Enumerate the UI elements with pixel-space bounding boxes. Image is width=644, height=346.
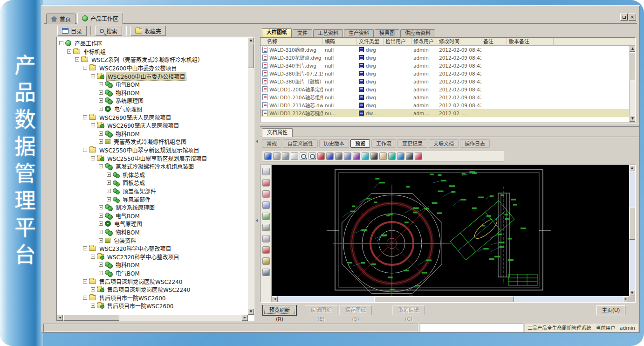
collapse-icon[interactable]: - [83, 148, 87, 152]
tree-node[interactable]: +电气BOM [57, 211, 247, 220]
tree-hscrollbar[interactable]: ◄ ► [57, 315, 248, 321]
collapse-icon[interactable]: - [83, 66, 87, 70]
doc-icon[interactable] [262, 224, 270, 231]
preview-refresh-button[interactable]: 预览刷新(R) [263, 305, 296, 315]
move-icon[interactable] [370, 152, 378, 160]
save-icon[interactable] [262, 269, 270, 276]
toolbar-button-directory[interactable]: 目录 [57, 26, 87, 36]
expand-icon[interactable]: + [99, 90, 103, 95]
table-row[interactable]: WALD-380垫片-07.2.15.dwgnulldwgadmin2012-0… [260, 69, 629, 77]
tree-node[interactable]: -WSC2550中山翠亨新区规划展示馆项目 [57, 146, 247, 154]
photo-icon[interactable] [262, 213, 270, 220]
table-row[interactable]: WALD-340垫片.dwgnulldwgadmin2012-02-09 08:… [260, 62, 629, 69]
palette-icon[interactable] [353, 152, 360, 160]
doc-subtab[interactable]: 自定义属性 [283, 139, 318, 148]
tree-node[interactable]: +制冷系统原理图 [57, 203, 247, 212]
tree-node[interactable]: +电气BOM [57, 80, 247, 89]
toolbar-button-search[interactable]: 搜索 [95, 26, 122, 36]
tab-home[interactable]: 首页 [46, 14, 75, 24]
expand-icon[interactable]: + [99, 238, 103, 242]
select-icon[interactable] [262, 168, 270, 175]
tree-node[interactable]: -WSCZ系列（壳管蒸发式冷凝螺杆冷水机组） [57, 55, 247, 64]
column-header[interactable]: 备注 [481, 38, 507, 46]
tree-node[interactable]: -蒸发式冷凝螺杆冷水机组总装图 [57, 162, 247, 171]
tree-node[interactable]: +系统原理图 [57, 97, 247, 105]
expand-icon[interactable]: + [99, 263, 103, 267]
tree-node[interactable]: +导风罩部件 [57, 195, 247, 203]
tree-node[interactable]: +售后项目市一院WSC2600 [57, 302, 247, 310]
info-icon[interactable] [264, 152, 272, 160]
image-icon[interactable] [406, 152, 413, 160]
pencil-icon[interactable] [291, 152, 298, 160]
ruler-icon[interactable] [262, 257, 270, 265]
flag-icon[interactable] [262, 246, 270, 254]
doc-subtab[interactable]: 预览 [350, 139, 370, 148]
tree-node[interactable]: -WSC2690肇庆人民医院项目 [57, 113, 247, 121]
expand-icon[interactable]: + [99, 271, 103, 275]
doc-subtab[interactable]: 历史版本 [319, 139, 349, 148]
expand-icon[interactable]: + [99, 230, 103, 234]
table-row[interactable]: WALD-310蜗盘.dwgnulldwgadmin2012-02-09 08:… [260, 46, 629, 54]
tree-node[interactable]: -WSC2320科学中心整改项目 [57, 244, 247, 253]
doc-subtab[interactable]: 关联文档 [429, 139, 459, 148]
tree-node[interactable]: -WSC2600中山市委办公楼项目 [57, 72, 247, 80]
stamp-pink-icon[interactable] [262, 190, 270, 198]
tree-node[interactable]: +电气原理图 [57, 220, 247, 228]
collapse-icon[interactable]: - [91, 156, 95, 160]
expand-icon[interactable]: + [99, 205, 103, 209]
tree-node[interactable]: +售后项目深圳龙岗医院WSC2240 [57, 285, 247, 294]
redline-icon[interactable] [415, 152, 422, 160]
tree-node[interactable]: -WSC2550中山翠亨新区规划展示馆项目 [57, 154, 247, 162]
plot-icon[interactable] [282, 152, 289, 160]
tree-node[interactable]: +电气BOM [57, 269, 247, 277]
collapse-icon[interactable]: - [75, 57, 79, 62]
file-tab[interactable]: 文件 [293, 29, 312, 37]
vertical-splitter[interactable] [254, 25, 260, 321]
cad-vscrollbar[interactable]: ▲ ▼ [629, 165, 635, 296]
expand-icon[interactable]: + [99, 98, 103, 103]
table-row[interactable]: WALDD1-211A轴芯.dwgnulldwgadmin2012-02-09 … [260, 101, 629, 109]
collapse-icon[interactable]: - [59, 41, 63, 45]
splitter-collapse-icon[interactable] [256, 219, 258, 222]
pan-hand-icon[interactable] [379, 152, 387, 160]
layers-icon[interactable] [344, 152, 351, 160]
table-row[interactable]: WALDD1-200A轴承定位-07.1…nulldwgadmin2012-02… [260, 85, 629, 93]
status-input[interactable] [420, 324, 523, 332]
zoom-out-icon[interactable] [308, 152, 316, 160]
select-rect-icon[interactable] [362, 152, 369, 160]
tree-node[interactable]: +壳管蒸发式冷凝螺杆机组总图 [57, 138, 247, 146]
column-header[interactable]: 修改用户 [411, 38, 437, 46]
collapse-icon[interactable]: - [83, 115, 87, 119]
stamp-red-icon[interactable] [262, 179, 270, 187]
doc-subtab[interactable]: 常规 [262, 139, 281, 148]
file-table-vscrollbar[interactable]: ▲ ▼ [629, 46, 635, 122]
collapse-icon[interactable]: - [67, 49, 71, 54]
doc-subtab[interactable]: 变更记录 [397, 139, 427, 148]
tree-node[interactable]: -非标机组 [57, 48, 247, 56]
tree-node[interactable]: +顶盖框架部件 [57, 187, 247, 195]
tree-node[interactable]: +物料BOM [57, 261, 247, 269]
pen-icon[interactable] [335, 152, 343, 160]
table-row[interactable]: WALDD1-212A轴芯键条组件.dw…nu…dw…adm…2012-02-… [260, 109, 629, 117]
tree-node[interactable]: +电气原理图 [57, 105, 247, 113]
tree-node[interactable]: +物料BOM [57, 228, 247, 236]
file-tab[interactable]: 大样图纸 [262, 28, 292, 37]
expand-icon[interactable]: + [99, 221, 103, 226]
expand-icon[interactable]: + [99, 82, 103, 86]
file-tab[interactable]: 生产资料 [344, 29, 374, 37]
home-button[interactable]: 主页(U) [596, 305, 625, 315]
column-header[interactable]: 版本备注 [507, 38, 554, 46]
tree-node[interactable]: +物料BOM [57, 89, 247, 97]
expand-icon[interactable]: + [107, 180, 111, 185]
file-tab[interactable]: 模具图 [375, 29, 399, 37]
column-header[interactable]: 名称 [260, 38, 323, 46]
zoom-window-icon[interactable] [388, 152, 396, 160]
doc-subtab[interactable]: 操作日志 [460, 139, 490, 148]
collapse-icon[interactable]: - [83, 246, 87, 250]
expand-icon[interactable]: + [99, 131, 103, 136]
flag-blue-icon[interactable] [326, 152, 334, 160]
tree-node[interactable]: +面板总成 [57, 179, 247, 187]
clip-icon[interactable] [262, 235, 270, 242]
note-icon[interactable] [262, 201, 270, 209]
horizontal-splitter[interactable] [260, 124, 639, 127]
